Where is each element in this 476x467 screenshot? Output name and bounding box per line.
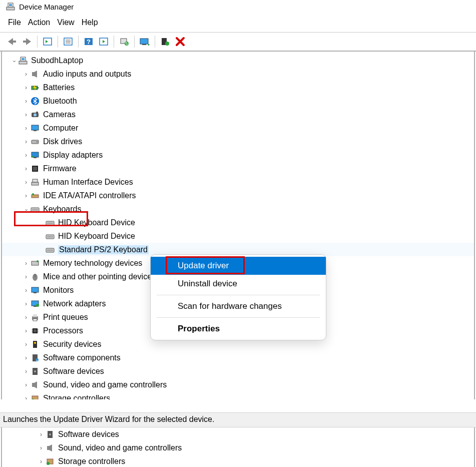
tree-category[interactable]: › Software devices [2, 364, 474, 378]
tree-category[interactable]: › Sound, video and game controllers [2, 441, 474, 454]
tree-device[interactable]: HID Keyboard Device [2, 216, 474, 229]
tree-category-label: Keyboards [43, 205, 82, 214]
keyboard-icon [45, 218, 55, 228]
expand-arrow-icon[interactable]: › [22, 287, 30, 294]
expand-arrow-icon[interactable]: › [37, 458, 45, 465]
tree-category[interactable]: › Display adapters [2, 148, 474, 162]
svg-marker-16 [103, 40, 105, 43]
svg-point-83 [34, 342, 36, 344]
uninstall-device-button[interactable] [173, 35, 187, 49]
tree-category[interactable]: ⌄ Keyboards [2, 202, 474, 216]
expand-arrow-icon[interactable]: › [22, 138, 30, 145]
keyboard-icon [45, 245, 55, 255]
svg-point-51 [32, 193, 34, 195]
svg-rect-4 [13, 41, 16, 43]
tree-category[interactable]: › + Software components [2, 351, 474, 364]
context-menu-item[interactable]: Scan for hardware changes [151, 297, 326, 315]
expand-arrow-icon[interactable]: › [22, 354, 30, 361]
expand-arrow-icon[interactable]: › [22, 179, 30, 186]
tree-category-label: Software devices [43, 367, 104, 376]
expand-arrow-icon[interactable]: › [22, 381, 30, 388]
menu-action[interactable]: Action [28, 18, 50, 27]
tree-category[interactable]: › Firmware [2, 162, 474, 175]
tree-category[interactable]: › IDE ATA/ATAPI controllers [2, 189, 474, 202]
svg-rect-68 [32, 287, 39, 292]
tree-category-label: Processors [43, 326, 83, 335]
svg-rect-69 [34, 292, 37, 293]
context-menu-item[interactable]: Properties [151, 320, 326, 338]
action-panel-button[interactable] [97, 35, 111, 49]
back-button[interactable] [5, 35, 19, 49]
context-menu-item[interactable]: Update driver [151, 257, 326, 275]
speaker-icon [30, 69, 40, 79]
tree-category-label: Computer [43, 124, 78, 133]
menubar: File Action View Help [0, 14, 476, 32]
update-driver-button[interactable] [138, 35, 152, 49]
menu-view[interactable]: View [57, 18, 74, 27]
svg-point-98 [47, 462, 50, 465]
tree-category-label: Print queues [43, 313, 88, 322]
expand-arrow-icon[interactable]: › [22, 192, 30, 199]
show-hide-tree-button[interactable] [41, 35, 55, 49]
enable-device-button[interactable] [158, 35, 172, 49]
expand-arrow-icon[interactable]: › [22, 152, 30, 159]
expand-arrow-icon[interactable]: › [22, 273, 30, 280]
speaker-icon [45, 443, 55, 453]
tree-category[interactable]: › Disk drives [2, 135, 474, 148]
tree-category[interactable]: › Bluetooth [2, 94, 474, 108]
tree-root[interactable]: ⌄ SubodhLaptop [2, 54, 474, 67]
context-menu-item[interactable]: Uninstall device [151, 275, 326, 293]
cpu-icon [30, 326, 40, 336]
expand-arrow-icon[interactable]: › [37, 431, 45, 438]
help-button[interactable]: ? [82, 35, 96, 49]
device-tree[interactable]: ⌄ SubodhLaptop › Audio inputs and output… [1, 52, 475, 399]
tree-category[interactable]: › Computer [2, 121, 474, 135]
svg-rect-74 [33, 314, 37, 317]
svg-rect-33 [38, 87, 39, 89]
expand-arrow-icon[interactable]: › [22, 71, 30, 78]
tree-category[interactable]: › Batteries [2, 81, 474, 94]
expand-arrow-icon[interactable]: › [22, 98, 30, 105]
tree-category[interactable]: › Storage controllers [2, 391, 474, 399]
tree-category-label: Firmware [43, 164, 77, 173]
monitor-icon [30, 123, 40, 133]
expand-arrow-icon[interactable]: › [22, 125, 30, 132]
expand-arrow-icon[interactable]: › [22, 300, 30, 307]
svg-point-72 [36, 304, 39, 307]
tree-category[interactable]: › Human Interface Devices [2, 175, 474, 189]
svg-rect-2 [9, 4, 12, 6]
expand-arrow-icon[interactable]: › [22, 260, 30, 267]
forward-button[interactable] [20, 35, 34, 49]
svg-text:+: + [36, 358, 38, 361]
collapse-arrow-icon[interactable]: ⌄ [10, 57, 18, 64]
svg-rect-55 [46, 221, 54, 225]
expand-arrow-icon[interactable]: › [37, 444, 45, 451]
keyboard-icon [45, 231, 55, 241]
device-tree-duplicate: › Software devices › Sound, video and ga… [1, 427, 475, 467]
expand-arrow-icon[interactable]: › [22, 111, 30, 118]
tree-device[interactable]: HID Keyboard Device [2, 229, 474, 243]
svg-point-88 [34, 370, 36, 372]
tree-category[interactable]: › Cameras [2, 108, 474, 121]
scan-hardware-button[interactable]: ↻ [117, 35, 131, 49]
security-icon [30, 339, 40, 349]
tree-category[interactable]: › Sound, video and game controllers [2, 378, 474, 391]
svg-marker-5 [26, 38, 31, 45]
menu-help[interactable]: Help [82, 18, 98, 27]
expand-arrow-icon[interactable]: › [22, 327, 30, 334]
menu-file[interactable]: File [8, 18, 21, 27]
expand-arrow-icon[interactable]: › [22, 165, 30, 172]
expand-arrow-icon[interactable]: › [22, 341, 30, 348]
collapse-arrow-icon[interactable]: ⌄ [22, 206, 30, 212]
tree-category[interactable]: › Software devices [2, 427, 474, 441]
expand-arrow-icon[interactable]: › [22, 314, 30, 321]
properties-button[interactable] [61, 35, 75, 49]
svg-point-45 [32, 156, 34, 158]
expand-arrow-icon[interactable]: › [22, 84, 30, 91]
tree-category[interactable]: › Audio inputs and outputs [2, 67, 474, 81]
svg-rect-39 [32, 125, 39, 130]
expand-arrow-icon[interactable]: › [22, 368, 30, 375]
tree-device-label: HID Keyboard Device [58, 232, 135, 241]
tree-category[interactable]: › Storage controllers [2, 454, 474, 467]
expand-arrow-icon[interactable]: › [22, 395, 30, 400]
